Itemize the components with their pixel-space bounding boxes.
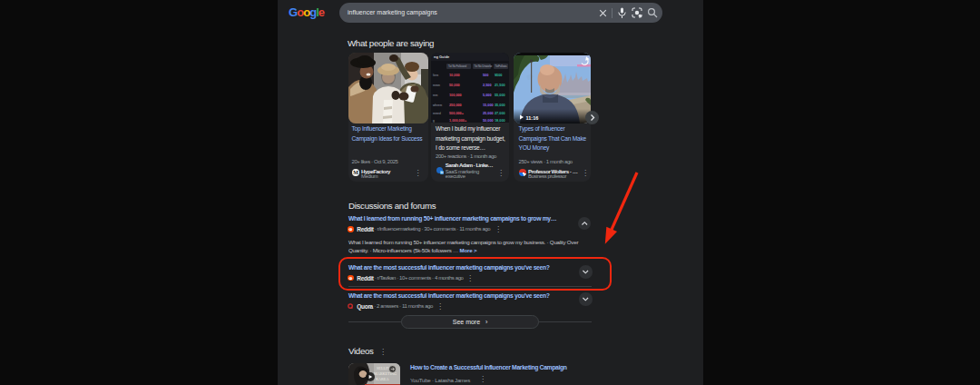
svg-text:ng Guide: ng Guide [434, 54, 450, 59]
svg-text:500,000+: 500,000+ [449, 112, 465, 115]
svg-text:11:16: 11:16 [526, 115, 539, 121]
svg-text:21,500: 21,500 [495, 84, 505, 87]
svg-text:35,000: 35,000 [495, 104, 505, 107]
svg-text:SELLIN: SELLIN [377, 366, 389, 370]
svg-text:KAREA: KAREA [376, 377, 388, 381]
svg-text:mm: mm [433, 94, 438, 97]
svg-text:55,000: 55,000 [495, 94, 505, 97]
svg-text:100,000: 100,000 [449, 94, 462, 97]
svg-text:mmm: mmm [433, 84, 440, 87]
svg-text:mmed: mmed [433, 112, 441, 115]
svg-text:9500: 9500 [495, 74, 502, 77]
svg-text:50,000: 50,000 [483, 119, 494, 123]
svg-text:1,000,000+: 1,000,000+ [449, 119, 467, 123]
svg-text:10,000: 10,000 [449, 74, 460, 77]
svg-text:25,000: 25,000 [483, 112, 494, 115]
svg-text:wheem: wheem [432, 104, 443, 107]
svg-text:18,000: 18,000 [495, 119, 505, 123]
svg-text:2,500: 2,500 [483, 84, 492, 87]
svg-text:27,000: 27,000 [495, 112, 505, 115]
svg-text:15,000: 15,000 [483, 104, 494, 107]
svg-text:500: 500 [483, 74, 488, 77]
svg-text:TotFollows: TotFollows [495, 64, 508, 68]
svg-text:Item: Item [433, 74, 439, 77]
svg-text:50,000: 50,000 [449, 84, 460, 87]
svg-text:Tot No Unworke: Tot No Unworke [475, 64, 493, 68]
svg-text:Tot No Followed: Tot No Followed [448, 64, 466, 68]
svg-text:5,000: 5,000 [483, 94, 492, 97]
svg-text:250,000: 250,000 [449, 104, 462, 107]
svg-text:g: g [433, 119, 435, 123]
